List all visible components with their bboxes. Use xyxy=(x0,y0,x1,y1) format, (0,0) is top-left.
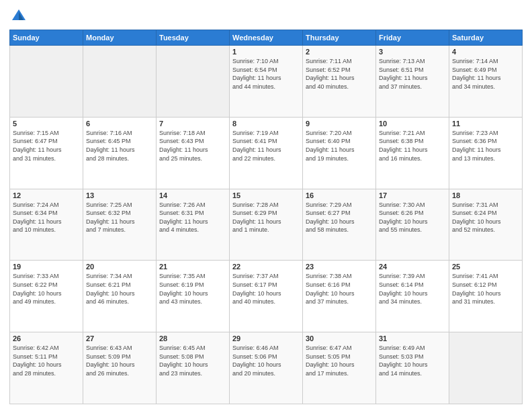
day-cell: 29Sunrise: 6:46 AM Sunset: 5:06 PM Dayli… xyxy=(230,332,303,404)
day-number: 4 xyxy=(452,48,519,56)
day-cell: 27Sunrise: 6:43 AM Sunset: 5:09 PM Dayli… xyxy=(83,332,157,404)
day-cell: 26Sunrise: 6:42 AM Sunset: 5:11 PM Dayli… xyxy=(10,332,83,404)
weekday-header-sunday: Sunday xyxy=(10,30,83,46)
week-row-2: 12Sunrise: 7:24 AM Sunset: 6:34 PM Dayli… xyxy=(10,189,523,261)
day-cell: 28Sunrise: 6:45 AM Sunset: 5:08 PM Dayli… xyxy=(157,332,230,404)
day-number: 8 xyxy=(232,120,300,128)
day-info: Sunrise: 7:25 AM Sunset: 6:32 PM Dayligh… xyxy=(86,201,153,234)
day-info: Sunrise: 7:30 AM Sunset: 6:26 PM Dayligh… xyxy=(379,201,446,234)
day-number: 31 xyxy=(379,334,446,342)
day-info: Sunrise: 7:21 AM Sunset: 6:38 PM Dayligh… xyxy=(379,129,446,163)
week-row-1: 5Sunrise: 7:15 AM Sunset: 6:47 PM Daylig… xyxy=(10,117,523,189)
day-cell: 3Sunrise: 7:13 AM Sunset: 6:51 PM Daylig… xyxy=(376,46,449,118)
day-cell: 7Sunrise: 7:18 AM Sunset: 6:43 PM Daylig… xyxy=(157,117,230,189)
weekday-header-row: SundayMondayTuesdayWednesdayThursdayFrid… xyxy=(10,30,523,46)
day-info: Sunrise: 7:15 AM Sunset: 6:47 PM Dayligh… xyxy=(13,129,80,163)
day-info: Sunrise: 6:45 AM Sunset: 5:08 PM Dayligh… xyxy=(159,344,226,377)
day-number: 22 xyxy=(232,263,300,271)
day-number: 29 xyxy=(232,334,300,342)
week-row-3: 19Sunrise: 7:33 AM Sunset: 6:22 PM Dayli… xyxy=(10,261,523,332)
day-number: 11 xyxy=(452,120,519,128)
day-cell: 30Sunrise: 6:47 AM Sunset: 5:05 PM Dayli… xyxy=(303,332,376,404)
day-info: Sunrise: 7:10 AM Sunset: 6:54 PM Dayligh… xyxy=(232,57,300,91)
day-info: Sunrise: 7:31 AM Sunset: 6:24 PM Dayligh… xyxy=(452,201,519,234)
day-number: 2 xyxy=(306,48,373,56)
day-number: 15 xyxy=(232,191,300,199)
day-cell: 23Sunrise: 7:38 AM Sunset: 6:16 PM Dayli… xyxy=(303,261,376,332)
day-info: Sunrise: 7:41 AM Sunset: 6:12 PM Dayligh… xyxy=(452,272,519,306)
day-info: Sunrise: 7:33 AM Sunset: 6:22 PM Dayligh… xyxy=(13,272,80,306)
day-number: 25 xyxy=(452,263,519,271)
weekday-header-saturday: Saturday xyxy=(449,30,523,46)
day-info: Sunrise: 7:26 AM Sunset: 6:31 PM Dayligh… xyxy=(159,201,226,234)
day-info: Sunrise: 7:24 AM Sunset: 6:34 PM Dayligh… xyxy=(13,201,80,234)
day-number: 16 xyxy=(306,191,373,199)
day-number: 19 xyxy=(13,263,80,271)
day-info: Sunrise: 7:28 AM Sunset: 6:29 PM Dayligh… xyxy=(232,201,300,234)
day-info: Sunrise: 7:35 AM Sunset: 6:19 PM Dayligh… xyxy=(159,272,226,306)
day-info: Sunrise: 7:19 AM Sunset: 6:41 PM Dayligh… xyxy=(232,129,300,163)
day-cell: 2Sunrise: 7:11 AM Sunset: 6:52 PM Daylig… xyxy=(303,46,376,118)
day-cell: 15Sunrise: 7:28 AM Sunset: 6:29 PM Dayli… xyxy=(230,189,303,261)
day-info: Sunrise: 7:18 AM Sunset: 6:43 PM Dayligh… xyxy=(159,129,226,163)
day-info: Sunrise: 7:37 AM Sunset: 6:17 PM Dayligh… xyxy=(232,272,300,306)
day-number: 13 xyxy=(86,191,153,199)
day-info: Sunrise: 7:39 AM Sunset: 6:14 PM Dayligh… xyxy=(379,272,446,306)
day-cell: 25Sunrise: 7:41 AM Sunset: 6:12 PM Dayli… xyxy=(449,261,523,332)
day-cell: 22Sunrise: 7:37 AM Sunset: 6:17 PM Dayli… xyxy=(230,261,303,332)
day-info: Sunrise: 7:23 AM Sunset: 6:36 PM Dayligh… xyxy=(452,129,519,163)
day-number: 7 xyxy=(159,120,226,128)
logo-icon xyxy=(9,7,28,26)
day-info: Sunrise: 7:16 AM Sunset: 6:45 PM Dayligh… xyxy=(86,129,153,163)
day-cell: 12Sunrise: 7:24 AM Sunset: 6:34 PM Dayli… xyxy=(10,189,83,261)
week-row-0: 1Sunrise: 7:10 AM Sunset: 6:54 PM Daylig… xyxy=(10,46,523,118)
day-info: Sunrise: 7:29 AM Sunset: 6:27 PM Dayligh… xyxy=(306,201,373,234)
day-cell: 11Sunrise: 7:23 AM Sunset: 6:36 PM Dayli… xyxy=(449,117,523,189)
day-info: Sunrise: 7:11 AM Sunset: 6:52 PM Dayligh… xyxy=(306,57,373,91)
week-row-4: 26Sunrise: 6:42 AM Sunset: 5:11 PM Dayli… xyxy=(10,332,523,404)
logo xyxy=(9,7,31,26)
day-info: Sunrise: 7:34 AM Sunset: 6:21 PM Dayligh… xyxy=(86,272,153,306)
day-cell: 1Sunrise: 7:10 AM Sunset: 6:54 PM Daylig… xyxy=(230,46,303,118)
day-cell xyxy=(157,46,230,118)
day-number: 14 xyxy=(159,191,226,199)
day-number: 21 xyxy=(159,263,226,271)
day-cell: 13Sunrise: 7:25 AM Sunset: 6:32 PM Dayli… xyxy=(83,189,157,261)
weekday-header-monday: Monday xyxy=(83,30,157,46)
day-number: 24 xyxy=(379,263,446,271)
day-number: 1 xyxy=(232,48,300,56)
day-cell xyxy=(83,46,157,118)
day-cell xyxy=(449,332,523,404)
day-number: 18 xyxy=(452,191,519,199)
day-info: Sunrise: 6:42 AM Sunset: 5:11 PM Dayligh… xyxy=(13,344,80,377)
day-cell: 10Sunrise: 7:21 AM Sunset: 6:38 PM Dayli… xyxy=(376,117,449,189)
day-number: 20 xyxy=(86,263,153,271)
day-cell: 21Sunrise: 7:35 AM Sunset: 6:19 PM Dayli… xyxy=(157,261,230,332)
calendar-table: SundayMondayTuesdayWednesdayThursdayFrid… xyxy=(9,30,523,404)
day-number: 6 xyxy=(86,120,153,128)
day-cell: 20Sunrise: 7:34 AM Sunset: 6:21 PM Dayli… xyxy=(83,261,157,332)
weekday-header-friday: Friday xyxy=(376,30,449,46)
day-info: Sunrise: 7:14 AM Sunset: 6:49 PM Dayligh… xyxy=(452,57,519,91)
day-cell: 24Sunrise: 7:39 AM Sunset: 6:14 PM Dayli… xyxy=(376,261,449,332)
day-number: 17 xyxy=(379,191,446,199)
day-info: Sunrise: 6:43 AM Sunset: 5:09 PM Dayligh… xyxy=(86,344,153,377)
day-info: Sunrise: 7:13 AM Sunset: 6:51 PM Dayligh… xyxy=(379,57,446,91)
day-cell: 6Sunrise: 7:16 AM Sunset: 6:45 PM Daylig… xyxy=(83,117,157,189)
weekday-header-thursday: Thursday xyxy=(303,30,376,46)
day-number: 12 xyxy=(13,191,80,199)
day-cell: 18Sunrise: 7:31 AM Sunset: 6:24 PM Dayli… xyxy=(449,189,523,261)
day-number: 26 xyxy=(13,334,80,342)
day-cell: 16Sunrise: 7:29 AM Sunset: 6:27 PM Dayli… xyxy=(303,189,376,261)
day-number: 10 xyxy=(379,120,446,128)
day-cell: 4Sunrise: 7:14 AM Sunset: 6:49 PM Daylig… xyxy=(449,46,523,118)
weekday-header-tuesday: Tuesday xyxy=(157,30,230,46)
day-number: 30 xyxy=(306,334,373,342)
day-info: Sunrise: 7:20 AM Sunset: 6:40 PM Dayligh… xyxy=(306,129,373,163)
day-cell: 5Sunrise: 7:15 AM Sunset: 6:47 PM Daylig… xyxy=(10,117,83,189)
day-cell xyxy=(10,46,83,118)
day-cell: 19Sunrise: 7:33 AM Sunset: 6:22 PM Dayli… xyxy=(10,261,83,332)
page: SundayMondayTuesdayWednesdayThursdayFrid… xyxy=(0,0,532,411)
header xyxy=(9,7,523,26)
day-cell: 17Sunrise: 7:30 AM Sunset: 6:26 PM Dayli… xyxy=(376,189,449,261)
